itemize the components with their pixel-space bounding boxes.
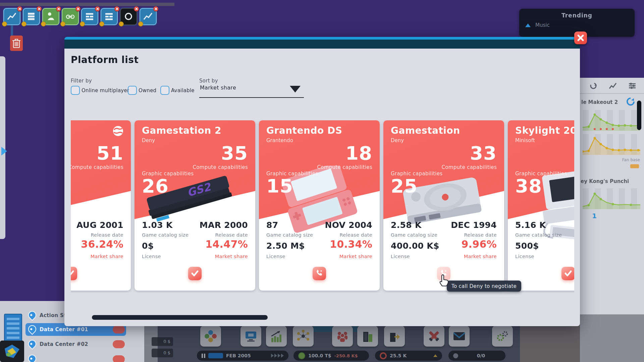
market-share-value: 9.96%	[461, 238, 497, 250]
license-label: License	[515, 254, 534, 259]
market-share-label: Market share	[91, 254, 123, 259]
notify-dot-icon	[60, 21, 65, 26]
license-value: 500$	[515, 241, 539, 251]
globe-icon	[112, 125, 124, 137]
platform-name: Gamestation	[391, 125, 460, 136]
owned-check-button[interactable]	[561, 267, 574, 280]
owned-check-button[interactable]	[71, 267, 77, 280]
close-badge-icon[interactable]	[153, 6, 158, 11]
available-checkbox[interactable]	[160, 86, 169, 95]
close-badge-icon[interactable]	[37, 6, 42, 11]
notify-dot-icon	[80, 21, 85, 26]
compute-value: 33	[470, 144, 497, 163]
sliders-icon[interactable]	[628, 82, 636, 90]
trending-item-label: Music	[535, 22, 550, 28]
license-value: 0$	[142, 241, 154, 251]
panel-scrollbar[interactable]	[637, 101, 641, 130]
trending-item[interactable]: Music	[519, 19, 635, 28]
tower-pc-illustration	[71, 167, 84, 241]
compute-value: 51	[97, 144, 123, 163]
release-date-value: MAR 2000	[200, 220, 248, 230]
catalog-size-label: Game catalog size	[266, 232, 313, 238]
filter-by-label: Filter by	[71, 78, 92, 84]
training-shortcut-icon[interactable]	[62, 8, 79, 25]
sort-selected-value: Market share	[200, 84, 236, 91]
catalog-size-label: Game catalog size	[142, 232, 189, 238]
location-item[interactable]: Data Center #02	[40, 341, 88, 347]
graphic-value: 26	[142, 177, 169, 195]
notify-dot-icon	[41, 21, 46, 26]
notify-dot-icon	[99, 21, 104, 26]
map-icon[interactable]	[0, 341, 24, 362]
release-date-label: Release date	[464, 232, 497, 238]
owned-checkbox[interactable]	[128, 86, 137, 95]
location-alert-badge	[113, 355, 125, 362]
release-date-label: Release date	[91, 232, 123, 238]
screen: Action Stud Data Center #01 Data Center …	[0, 0, 644, 362]
check-icon	[190, 268, 200, 278]
close-button[interactable]	[574, 32, 587, 44]
tooltip: To call Deny to negotiate	[447, 281, 521, 292]
release-date-value: AUG 2001	[76, 220, 123, 230]
stats-shortcut-icon[interactable]	[3, 8, 20, 25]
platform-card: 51 Compute capabilities AUG 2001 Release…	[71, 120, 131, 291]
notify-dot-icon	[119, 21, 124, 26]
refresh-icon[interactable]	[589, 82, 597, 90]
building-icon[interactable]	[4, 314, 22, 343]
market-share-label: Market share	[339, 254, 372, 259]
manufacturer: Deny	[391, 137, 404, 143]
market-share-value: 14.47%	[205, 238, 248, 250]
platform-card: Skylight 2000 Minisoft Graphic capabilit…	[508, 120, 574, 291]
compute-label: Compute capabilities	[193, 164, 248, 170]
compute-value: 35	[221, 144, 248, 163]
notify-dot-icon	[21, 21, 26, 26]
market-share-value: 10.34%	[330, 238, 372, 250]
refresh-icon[interactable]	[626, 97, 635, 106]
close-badge-icon[interactable]	[56, 6, 61, 11]
trash-button[interactable]	[10, 36, 23, 51]
call-negotiate-button[interactable]	[313, 267, 326, 280]
close-badge-icon[interactable]	[75, 6, 80, 11]
license-value: 2.50 M$	[266, 241, 305, 251]
release-date-value: NOV 2004	[325, 220, 372, 230]
expand-arrow-icon[interactable]	[1, 147, 7, 156]
catalog-size-value: 87	[266, 220, 278, 230]
platform-card: Gamestation Deny 33 Compute capabilities…	[383, 120, 504, 291]
support-shortcut-icon[interactable]	[42, 8, 59, 25]
phone-icon	[315, 269, 324, 278]
stats-shortcut-icon[interactable]	[140, 8, 157, 25]
close-badge-icon[interactable]	[17, 6, 22, 11]
platform-card: Grantendo DS Grantendo 18 Compute capabi…	[259, 120, 380, 291]
market-share-value: 36.24%	[81, 238, 123, 250]
manufacturer: Grantendo	[266, 137, 293, 143]
license-label: License	[391, 254, 410, 259]
close-badge-icon[interactable]	[95, 6, 100, 11]
chevron-down-icon	[290, 86, 301, 93]
online-multiplayer-checkbox[interactable]	[71, 86, 80, 95]
camera-shortcut-icon[interactable]	[120, 8, 137, 25]
close-badge-icon[interactable]	[134, 6, 139, 11]
cards-scrollbar[interactable]	[92, 315, 268, 320]
hand-cursor-icon	[437, 274, 451, 288]
sort-dropdown[interactable]: Market share	[199, 84, 304, 98]
sort-by-label: Sort by	[199, 78, 218, 84]
catalog-size-label: Game catalog size	[515, 232, 562, 238]
desk-shortcut-icon[interactable]	[101, 8, 118, 25]
platform-cards-row: 51 Compute capabilities AUG 2001 Release…	[71, 120, 574, 291]
release-date-label: Release date	[339, 232, 372, 238]
catalog-size-value: 5.16 K	[515, 220, 546, 230]
close-badge-icon[interactable]	[114, 6, 119, 11]
owned-check-button[interactable]	[188, 267, 202, 280]
trash-icon	[12, 38, 21, 49]
desk-shortcut-icon[interactable]	[81, 8, 98, 25]
server-shortcut-icon[interactable]	[23, 8, 40, 25]
license-label: License	[142, 254, 161, 259]
owned-label: Owned	[139, 87, 156, 94]
location-item[interactable]: Data Center #01	[40, 326, 88, 333]
platform-cards-viewport: 51 Compute capabilities AUG 2001 Release…	[71, 120, 574, 293]
location-alert-badge	[113, 340, 125, 348]
graphic-value: 25	[391, 177, 418, 195]
chart-icon[interactable]	[609, 82, 617, 90]
market-share-label: Market share	[464, 254, 497, 259]
modal-accent-bar	[64, 37, 580, 40]
